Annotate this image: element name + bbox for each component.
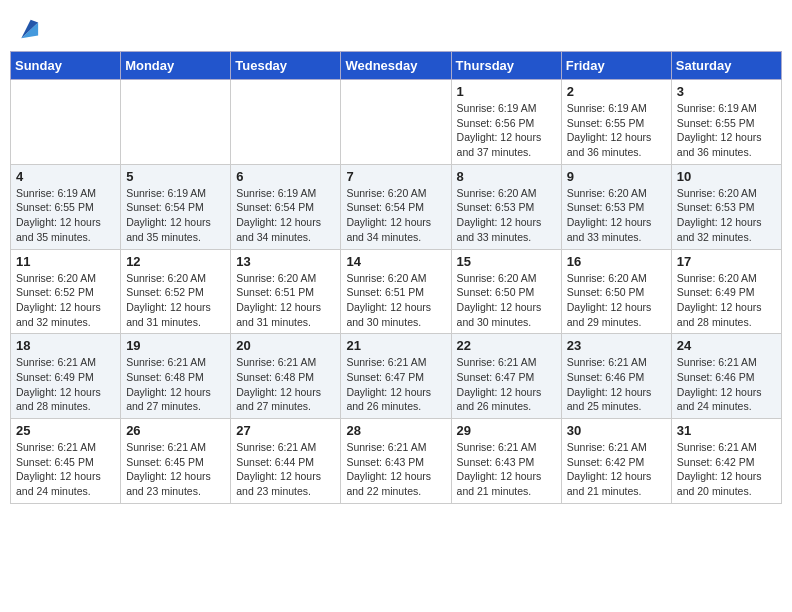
calendar-cell: 3Sunrise: 6:19 AM Sunset: 6:55 PM Daylig…	[671, 80, 781, 165]
calendar-cell: 11Sunrise: 6:20 AM Sunset: 6:52 PM Dayli…	[11, 249, 121, 334]
day-info: Sunrise: 6:19 AM Sunset: 6:55 PM Dayligh…	[567, 101, 666, 160]
calendar-cell: 8Sunrise: 6:20 AM Sunset: 6:53 PM Daylig…	[451, 164, 561, 249]
calendar-cell: 5Sunrise: 6:19 AM Sunset: 6:54 PM Daylig…	[121, 164, 231, 249]
day-number: 20	[236, 338, 335, 353]
calendar-header-row: SundayMondayTuesdayWednesdayThursdayFrid…	[11, 52, 782, 80]
day-info: Sunrise: 6:20 AM Sunset: 6:50 PM Dayligh…	[567, 271, 666, 330]
logo-icon	[12, 15, 40, 43]
calendar-week-row: 11Sunrise: 6:20 AM Sunset: 6:52 PM Dayli…	[11, 249, 782, 334]
col-header-saturday: Saturday	[671, 52, 781, 80]
col-header-tuesday: Tuesday	[231, 52, 341, 80]
day-info: Sunrise: 6:21 AM Sunset: 6:49 PM Dayligh…	[16, 355, 115, 414]
day-number: 29	[457, 423, 556, 438]
calendar-cell: 21Sunrise: 6:21 AM Sunset: 6:47 PM Dayli…	[341, 334, 451, 419]
day-info: Sunrise: 6:21 AM Sunset: 6:46 PM Dayligh…	[567, 355, 666, 414]
day-info: Sunrise: 6:19 AM Sunset: 6:56 PM Dayligh…	[457, 101, 556, 160]
calendar-week-row: 25Sunrise: 6:21 AM Sunset: 6:45 PM Dayli…	[11, 419, 782, 504]
day-number: 3	[677, 84, 776, 99]
day-number: 22	[457, 338, 556, 353]
day-info: Sunrise: 6:21 AM Sunset: 6:48 PM Dayligh…	[236, 355, 335, 414]
day-info: Sunrise: 6:21 AM Sunset: 6:47 PM Dayligh…	[457, 355, 556, 414]
day-info: Sunrise: 6:21 AM Sunset: 6:44 PM Dayligh…	[236, 440, 335, 499]
day-info: Sunrise: 6:20 AM Sunset: 6:53 PM Dayligh…	[677, 186, 776, 245]
calendar-cell	[341, 80, 451, 165]
day-info: Sunrise: 6:19 AM Sunset: 6:54 PM Dayligh…	[126, 186, 225, 245]
day-number: 26	[126, 423, 225, 438]
calendar-cell: 29Sunrise: 6:21 AM Sunset: 6:43 PM Dayli…	[451, 419, 561, 504]
calendar-cell: 6Sunrise: 6:19 AM Sunset: 6:54 PM Daylig…	[231, 164, 341, 249]
calendar-cell: 24Sunrise: 6:21 AM Sunset: 6:46 PM Dayli…	[671, 334, 781, 419]
calendar-cell: 28Sunrise: 6:21 AM Sunset: 6:43 PM Dayli…	[341, 419, 451, 504]
day-number: 21	[346, 338, 445, 353]
day-info: Sunrise: 6:21 AM Sunset: 6:42 PM Dayligh…	[567, 440, 666, 499]
calendar-cell: 16Sunrise: 6:20 AM Sunset: 6:50 PM Dayli…	[561, 249, 671, 334]
day-number: 7	[346, 169, 445, 184]
day-info: Sunrise: 6:20 AM Sunset: 6:52 PM Dayligh…	[16, 271, 115, 330]
day-number: 10	[677, 169, 776, 184]
calendar-cell: 31Sunrise: 6:21 AM Sunset: 6:42 PM Dayli…	[671, 419, 781, 504]
day-number: 12	[126, 254, 225, 269]
calendar-cell: 19Sunrise: 6:21 AM Sunset: 6:48 PM Dayli…	[121, 334, 231, 419]
day-info: Sunrise: 6:21 AM Sunset: 6:48 PM Dayligh…	[126, 355, 225, 414]
calendar-week-row: 18Sunrise: 6:21 AM Sunset: 6:49 PM Dayli…	[11, 334, 782, 419]
calendar-table: SundayMondayTuesdayWednesdayThursdayFrid…	[10, 51, 782, 504]
day-number: 15	[457, 254, 556, 269]
day-info: Sunrise: 6:21 AM Sunset: 6:43 PM Dayligh…	[457, 440, 556, 499]
calendar-cell: 26Sunrise: 6:21 AM Sunset: 6:45 PM Dayli…	[121, 419, 231, 504]
calendar-cell: 14Sunrise: 6:20 AM Sunset: 6:51 PM Dayli…	[341, 249, 451, 334]
day-info: Sunrise: 6:19 AM Sunset: 6:55 PM Dayligh…	[677, 101, 776, 160]
day-info: Sunrise: 6:20 AM Sunset: 6:53 PM Dayligh…	[457, 186, 556, 245]
col-header-thursday: Thursday	[451, 52, 561, 80]
calendar-cell: 7Sunrise: 6:20 AM Sunset: 6:54 PM Daylig…	[341, 164, 451, 249]
day-number: 31	[677, 423, 776, 438]
calendar-cell: 4Sunrise: 6:19 AM Sunset: 6:55 PM Daylig…	[11, 164, 121, 249]
calendar-cell: 18Sunrise: 6:21 AM Sunset: 6:49 PM Dayli…	[11, 334, 121, 419]
day-number: 30	[567, 423, 666, 438]
day-number: 9	[567, 169, 666, 184]
day-number: 28	[346, 423, 445, 438]
day-number: 14	[346, 254, 445, 269]
day-info: Sunrise: 6:20 AM Sunset: 6:53 PM Dayligh…	[567, 186, 666, 245]
day-number: 11	[16, 254, 115, 269]
day-info: Sunrise: 6:20 AM Sunset: 6:51 PM Dayligh…	[236, 271, 335, 330]
day-info: Sunrise: 6:20 AM Sunset: 6:54 PM Dayligh…	[346, 186, 445, 245]
calendar-week-row: 4Sunrise: 6:19 AM Sunset: 6:55 PM Daylig…	[11, 164, 782, 249]
day-number: 4	[16, 169, 115, 184]
col-header-monday: Monday	[121, 52, 231, 80]
day-number: 6	[236, 169, 335, 184]
calendar-cell	[11, 80, 121, 165]
calendar-cell: 15Sunrise: 6:20 AM Sunset: 6:50 PM Dayli…	[451, 249, 561, 334]
calendar-cell: 12Sunrise: 6:20 AM Sunset: 6:52 PM Dayli…	[121, 249, 231, 334]
day-info: Sunrise: 6:20 AM Sunset: 6:49 PM Dayligh…	[677, 271, 776, 330]
day-info: Sunrise: 6:21 AM Sunset: 6:45 PM Dayligh…	[126, 440, 225, 499]
calendar-cell: 13Sunrise: 6:20 AM Sunset: 6:51 PM Dayli…	[231, 249, 341, 334]
day-number: 16	[567, 254, 666, 269]
logo	[10, 15, 40, 43]
day-number: 24	[677, 338, 776, 353]
col-header-friday: Friday	[561, 52, 671, 80]
day-number: 17	[677, 254, 776, 269]
calendar-cell	[231, 80, 341, 165]
day-info: Sunrise: 6:20 AM Sunset: 6:52 PM Dayligh…	[126, 271, 225, 330]
page-header	[10, 10, 782, 43]
day-number: 19	[126, 338, 225, 353]
col-header-wednesday: Wednesday	[341, 52, 451, 80]
day-number: 27	[236, 423, 335, 438]
day-info: Sunrise: 6:20 AM Sunset: 6:50 PM Dayligh…	[457, 271, 556, 330]
day-number: 5	[126, 169, 225, 184]
calendar-cell: 2Sunrise: 6:19 AM Sunset: 6:55 PM Daylig…	[561, 80, 671, 165]
day-info: Sunrise: 6:21 AM Sunset: 6:45 PM Dayligh…	[16, 440, 115, 499]
calendar-week-row: 1Sunrise: 6:19 AM Sunset: 6:56 PM Daylig…	[11, 80, 782, 165]
calendar-cell: 22Sunrise: 6:21 AM Sunset: 6:47 PM Dayli…	[451, 334, 561, 419]
day-number: 13	[236, 254, 335, 269]
day-info: Sunrise: 6:21 AM Sunset: 6:46 PM Dayligh…	[677, 355, 776, 414]
day-info: Sunrise: 6:21 AM Sunset: 6:43 PM Dayligh…	[346, 440, 445, 499]
day-info: Sunrise: 6:19 AM Sunset: 6:54 PM Dayligh…	[236, 186, 335, 245]
day-info: Sunrise: 6:20 AM Sunset: 6:51 PM Dayligh…	[346, 271, 445, 330]
day-number: 23	[567, 338, 666, 353]
calendar-cell: 17Sunrise: 6:20 AM Sunset: 6:49 PM Dayli…	[671, 249, 781, 334]
day-number: 18	[16, 338, 115, 353]
calendar-cell: 9Sunrise: 6:20 AM Sunset: 6:53 PM Daylig…	[561, 164, 671, 249]
calendar-cell: 1Sunrise: 6:19 AM Sunset: 6:56 PM Daylig…	[451, 80, 561, 165]
calendar-cell: 30Sunrise: 6:21 AM Sunset: 6:42 PM Dayli…	[561, 419, 671, 504]
